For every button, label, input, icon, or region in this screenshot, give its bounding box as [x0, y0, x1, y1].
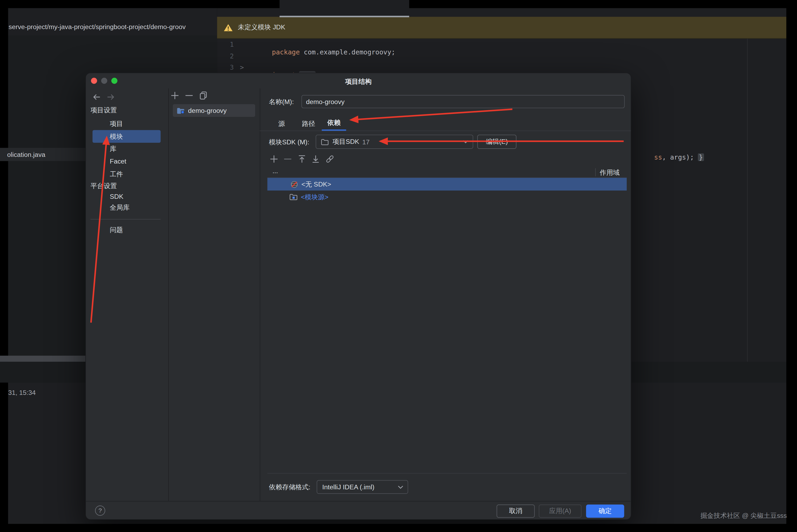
module-sdk-version: 17	[362, 138, 370, 146]
tab-sources[interactable]: 源	[272, 116, 292, 131]
module-sdk-value: 项目SDK	[332, 137, 359, 146]
column-separator	[595, 168, 596, 176]
warning-text: 未定义模块 JDK	[238, 23, 285, 32]
dialog-title: 项目结构	[86, 77, 631, 86]
sidebar-item-modules[interactable]: 模块	[93, 130, 161, 143]
dependency-analysis-button[interactable]	[324, 153, 335, 165]
copy-module-button[interactable]	[198, 90, 209, 101]
module-sdk-label: 模块SDK (M):	[269, 138, 309, 147]
move-down-button[interactable]	[310, 153, 321, 165]
fold-arrow-icon[interactable]: >	[240, 63, 244, 71]
line-number-2: 2	[220, 52, 234, 60]
editor-tab-fragment[interactable]	[279, 0, 409, 17]
sidebar-item-problems[interactable]: 问题	[93, 224, 161, 236]
fragment-args: , args);	[662, 153, 698, 161]
add-module-button[interactable]	[169, 90, 181, 101]
cancel-button[interactable]: 取消	[497, 505, 535, 518]
dependencies-table-header: ... 作用域	[267, 167, 627, 178]
sidebar-item-libraries[interactable]: 库	[93, 142, 161, 155]
sidebar-item-sdk[interactable]: SDK	[93, 190, 161, 203]
modules-panel-divider	[260, 88, 260, 501]
ok-button[interactable]: 确定	[586, 505, 624, 518]
storage-format-label: 依赖存储格式:	[269, 483, 310, 492]
module-name-input[interactable]: demo-groovy	[301, 95, 625, 108]
sidebar-section-divider	[91, 219, 161, 220]
table-bottom-border	[267, 473, 627, 474]
project-path-breadcrumb: serve-project/my-java-project/springboot…	[8, 23, 217, 31]
arrow-down-to-line-icon	[310, 153, 321, 165]
right-margin-guide	[747, 39, 748, 370]
arrow-up-to-line-icon	[296, 153, 308, 165]
module-tree-label: demo-groovy	[188, 107, 227, 114]
project-structure-dialog: 项目结构 项目设置 项目 模块 库 Facet 工件 平台设置 SDK 全局库 …	[86, 73, 631, 520]
move-up-button[interactable]	[296, 153, 308, 165]
chevron-down-icon	[398, 486, 403, 489]
line-number-1: 1	[220, 41, 234, 48]
dependency-label: <模块源>	[301, 192, 328, 202]
sidebar-divider	[168, 88, 169, 501]
sidebar-item-facets[interactable]: Facet	[93, 155, 161, 168]
storage-format-value: IntelliJ IDEA (.iml)	[322, 483, 374, 491]
dependency-row-no-sdk[interactable]: <无 SDK>	[267, 178, 627, 191]
section-project-settings: 项目设置	[91, 106, 117, 115]
module-name-value: demo-groovy	[302, 98, 345, 106]
dependency-label: <无 SDK>	[301, 179, 331, 189]
link-icon	[324, 153, 335, 165]
code-line-package: package com.example.demogroovy;	[248, 41, 395, 63]
folder-icon	[321, 138, 329, 146]
plus-icon	[268, 153, 279, 165]
header-scope-column[interactable]: 作用域	[600, 168, 619, 177]
panel-splitter[interactable]	[0, 356, 86, 362]
fragment-brace: }	[698, 153, 704, 161]
watermark-text: 掘金技术社区 @ 尖椒土豆sss	[700, 511, 787, 520]
footer-divider	[86, 501, 631, 501]
keyword-package: package	[272, 48, 300, 56]
module-source-icon	[289, 193, 298, 201]
remove-module-button[interactable]	[183, 90, 194, 101]
code-fragment: ss, args); }	[630, 146, 704, 169]
fragment-keyword: ss	[654, 153, 662, 161]
minus-icon	[183, 90, 194, 101]
ide-header-strip: serve-project/my-java-project/springboot…	[8, 8, 217, 36]
apply-button[interactable]: 应用(A)	[539, 505, 581, 518]
plus-icon	[169, 90, 181, 101]
minus-icon	[282, 153, 293, 165]
sidebar-item-project[interactable]: 项目	[93, 117, 161, 130]
sidebar-item-artifacts[interactable]: 工件	[93, 168, 161, 180]
module-sdk-select[interactable]: 项目SDK 17	[316, 135, 473, 149]
section-platform-settings: 平台设置	[91, 182, 117, 190]
add-dependency-button[interactable]	[268, 153, 279, 165]
editor-file-tab[interactable]: olication.java	[0, 148, 86, 161]
file-tab-label: olication.java	[0, 151, 45, 158]
module-folder-icon	[177, 107, 185, 114]
back-button[interactable]	[91, 92, 102, 103]
storage-format-select[interactable]: IntelliJ IDEA (.iml)	[317, 480, 408, 494]
timestamp-text: 31, 15:34	[8, 389, 36, 397]
warning-icon	[224, 23, 233, 32]
remove-dependency-button[interactable]	[282, 153, 293, 165]
tabs-divider	[260, 131, 631, 131]
line-number-3: 3	[220, 63, 234, 71]
sidebar-item-global-libraries[interactable]: 全局库	[93, 201, 161, 214]
sdk-missing-icon	[290, 180, 298, 188]
screen: serve-project/my-java-project/springboot…	[0, 0, 797, 532]
module-tree-item[interactable]: demo-groovy	[173, 104, 255, 117]
arrow-right-icon	[106, 93, 115, 102]
header-items-column: ...	[273, 167, 278, 175]
dependency-row-module-source[interactable]: <模块源>	[267, 190, 627, 203]
tab-dependencies[interactable]: 依赖	[322, 116, 346, 131]
edit-sdk-button[interactable]: 编辑(E)	[477, 135, 517, 149]
arrow-left-icon	[92, 93, 101, 102]
jdk-warning-banner: 未定义模块 JDK	[217, 17, 786, 39]
tab-paths[interactable]: 路径	[295, 116, 322, 131]
chevron-down-icon	[463, 140, 468, 143]
forward-button[interactable]	[105, 92, 116, 103]
name-label: 名称(M):	[269, 98, 294, 107]
copy-icon	[198, 90, 209, 101]
package-name: com.example.demogroovy;	[300, 48, 395, 56]
help-button[interactable]: ?	[95, 506, 105, 516]
